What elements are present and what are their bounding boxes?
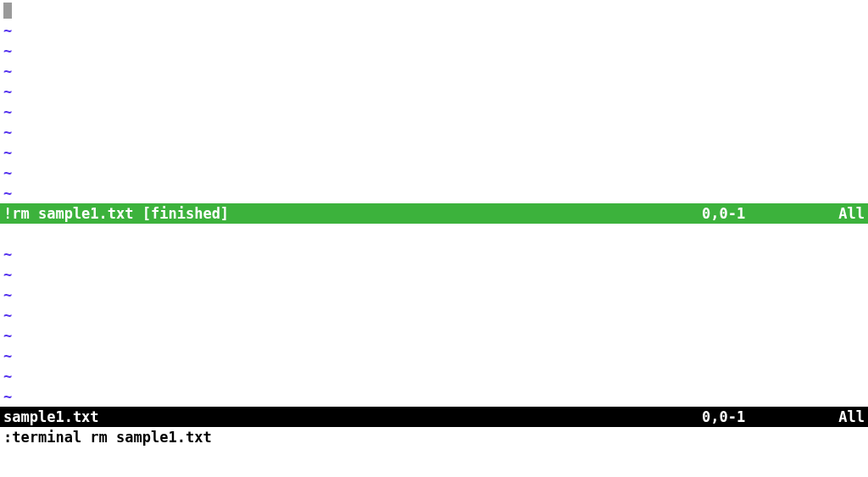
- status-spacer: [99, 407, 703, 427]
- buffer-cursor-line[interactable]: [0, 0, 868, 20]
- status-scroll: All: [838, 203, 865, 224]
- cursor: [3, 3, 12, 19]
- tilde-line: ~: [0, 386, 868, 407]
- tilde-line: ~: [0, 264, 868, 285]
- tilde-line: ~: [0, 102, 868, 122]
- tilde-line: ~: [0, 122, 868, 142]
- statusline-active: !rm sample1.txt [finished] 0,0-1 All: [0, 203, 868, 224]
- status-title: !rm sample1.txt [finished]: [3, 203, 229, 224]
- tilde-line: ~: [0, 366, 868, 386]
- tilde-line: ~: [0, 305, 868, 325]
- tilde-line: ~: [0, 41, 868, 61]
- status-scroll: All: [838, 407, 865, 427]
- status-position: 0,0-1: [702, 203, 838, 224]
- tilde-line: ~: [0, 81, 868, 102]
- tilde-line: ~: [0, 325, 868, 346]
- status-title: sample1.txt: [3, 407, 99, 427]
- tilde-line: ~: [0, 244, 868, 264]
- tilde-line: ~: [0, 183, 868, 203]
- tilde-line: ~: [0, 61, 868, 81]
- buffer-empty-line[interactable]: [0, 224, 868, 244]
- tilde-line: ~: [0, 142, 868, 163]
- vim-editor: ~ ~ ~ ~ ~ ~ ~ ~ ~ !rm sample1.txt [finis…: [0, 0, 868, 477]
- status-spacer: [229, 203, 702, 224]
- command-line[interactable]: :terminal rm sample1.txt: [0, 427, 868, 447]
- statusline-inactive: sample1.txt 0,0-1 All: [0, 407, 868, 427]
- status-position: 0,0-1: [702, 407, 838, 427]
- tilde-line: ~: [0, 346, 868, 366]
- tilde-line: ~: [0, 20, 868, 41]
- tilde-line: ~: [0, 285, 868, 305]
- tilde-line: ~: [0, 163, 868, 183]
